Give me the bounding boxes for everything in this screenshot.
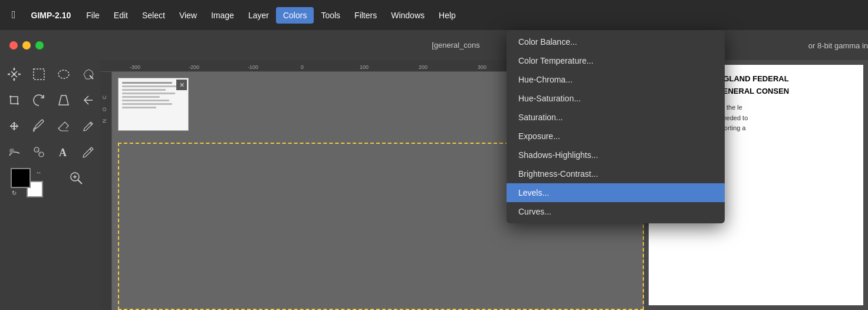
svg-marker-4 xyxy=(59,95,68,105)
tool-crop[interactable] xyxy=(2,88,26,112)
close-button[interactable] xyxy=(9,41,18,50)
maximize-button[interactable] xyxy=(35,41,44,50)
fg-bg-colors[interactable]: ↔ ↻ xyxy=(2,166,51,199)
app-name[interactable]: GIMP-2.10 xyxy=(23,11,80,20)
menu-filters[interactable]: Filters xyxy=(347,7,384,24)
tool-zoom[interactable] xyxy=(52,166,100,190)
apple-menu[interactable]:  xyxy=(5,9,23,21)
tool-heal[interactable] xyxy=(2,114,26,138)
menu-edit[interactable]: Edit xyxy=(107,7,135,24)
window-subtitle: or 8-bit gamma in xyxy=(808,41,868,50)
colors-dropdown: Color Balance... Color Temperature... Hu… xyxy=(507,30,725,223)
menu-layer[interactable]: Layer xyxy=(241,7,276,24)
tool-perspective[interactable] xyxy=(52,88,75,112)
menubar:  GIMP-2.10 File Edit Select View Image … xyxy=(0,0,868,30)
menu-levels[interactable]: Levels... xyxy=(507,183,725,202)
tool-move[interactable] xyxy=(2,62,26,86)
menu-brightness-contrast[interactable]: Brightness-Contrast... xyxy=(507,164,725,183)
tool-colorpicker[interactable] xyxy=(77,140,100,164)
menu-image[interactable]: Image xyxy=(204,7,241,24)
window-controls xyxy=(9,41,44,50)
svg-text:A: A xyxy=(59,147,67,159)
main-area: A ↔ ↻ xyxy=(0,60,868,310)
doc-close-button[interactable]: ✕ xyxy=(176,80,187,90)
menu-help[interactable]: Help xyxy=(432,7,463,24)
ruler-left: C O N xyxy=(100,72,112,310)
svg-point-0 xyxy=(13,73,15,75)
tool-flip[interactable] xyxy=(77,88,100,112)
toolbox: A ↔ ↻ xyxy=(0,60,100,310)
menu-view[interactable]: View xyxy=(172,7,204,24)
menu-exposure[interactable]: Exposure... xyxy=(507,127,725,146)
svg-point-7 xyxy=(9,149,14,153)
tool-eraser[interactable] xyxy=(52,114,75,138)
menu-hue-chroma[interactable]: Hue-Chroma... xyxy=(507,70,725,89)
tool-rect-select[interactable] xyxy=(27,62,51,86)
svg-rect-1 xyxy=(34,69,44,80)
minimize-button[interactable] xyxy=(22,41,31,50)
tool-lasso[interactable] xyxy=(52,62,75,86)
tool-rotate[interactable] xyxy=(27,88,51,112)
menu-curves[interactable]: Curves... xyxy=(507,202,725,221)
tool-paintbrush[interactable] xyxy=(27,114,51,138)
svg-line-12 xyxy=(90,149,91,150)
tool-pencil[interactable] xyxy=(77,114,100,138)
svg-line-14 xyxy=(78,180,82,184)
menu-tools[interactable]: Tools xyxy=(314,7,347,24)
menu-saturation[interactable]: Saturation... xyxy=(507,108,725,127)
menu-color-temperature[interactable]: Color Temperature... xyxy=(507,51,725,70)
document-thumbnail: ✕ xyxy=(118,78,189,131)
tool-smudge[interactable] xyxy=(2,140,26,164)
menu-select[interactable]: Select xyxy=(135,7,172,24)
menu-colors[interactable]: Colors xyxy=(276,7,314,24)
menu-windows[interactable]: Windows xyxy=(384,7,432,24)
menu-color-balance[interactable]: Color Balance... xyxy=(507,32,725,51)
tool-fuzzy-select[interactable] xyxy=(77,62,100,86)
menu-file[interactable]: File xyxy=(79,7,107,24)
window-title: [general_cons xyxy=(53,41,859,50)
tool-clone[interactable] xyxy=(27,140,51,164)
menu-shadows-highlights[interactable]: Shadows-Highlights... xyxy=(507,146,725,164)
tool-text[interactable]: A xyxy=(52,140,75,164)
menu-hue-saturation[interactable]: Hue-Saturation... xyxy=(507,89,725,108)
titlebar: [general_cons or 8-bit gamma in xyxy=(0,30,868,60)
svg-point-2 xyxy=(58,70,69,78)
